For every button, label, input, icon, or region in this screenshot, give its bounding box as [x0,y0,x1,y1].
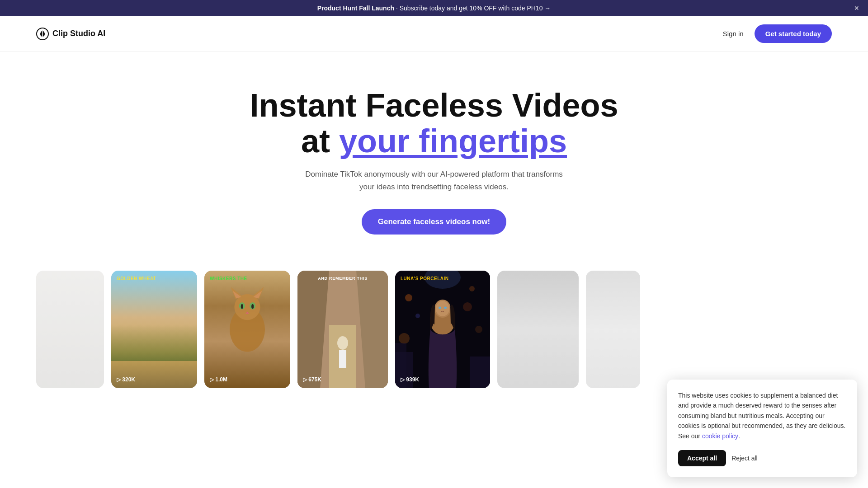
video-card-6[interactable] [497,271,579,388]
banner-text: Product Hunt Fall Launch · Subscribe tod… [317,5,551,12]
hero-title: Instant Faceless Videos at your fingerti… [18,88,850,159]
logo-text: Clip Studio AI [52,29,105,38]
banner-rest-text: · Subscribe today and get 10% OFF with c… [396,5,551,12]
top-banner: Product Hunt Fall Launch · Subscribe tod… [0,0,868,16]
hero-subtitle-line1: Dominate TikTok anonymously with our AI-… [305,170,563,178]
video-card-2[interactable]: GOLDEN WHEAT ▷ 320K [111,271,197,388]
hero-section: Instant Faceless Videos at your fingerti… [0,52,868,262]
video-card-5[interactable]: LUNA'S PORCELAIN ▷ 939K [395,271,490,388]
nav-right: Sign in Get started today [723,24,832,43]
card3-stats: ▷ 1.0M [210,376,285,383]
navbar: Clip Studio AI Sign in Get started today [0,16,868,52]
logo-icon [36,28,49,40]
card4-label: AND REMEMBER THIS [303,276,382,281]
card4-stats: ▷ 675K [303,376,382,383]
hero-subtitle-line2: your ideas into trendsetting faceless vi… [359,183,509,191]
sign-in-link[interactable]: Sign in [723,30,744,38]
hero-cta-button[interactable]: Generate faceless videos now! [362,209,507,235]
hero-title-line2-highlight: your fingertips [339,123,567,159]
hero-title-line2-normal: at [301,123,339,159]
video-gallery: GOLDEN WHEAT ▷ 320K [0,271,868,388]
card2-stats: ▷ 320K [117,376,192,383]
banner-bold-text: Product Hunt Fall Launch [317,5,394,12]
get-started-button[interactable]: Get started today [755,24,832,43]
video-card-7[interactable] [586,271,640,388]
card5-label: LUNA'S PORCELAIN [401,276,485,281]
video-card-1[interactable] [36,271,104,388]
logo-link[interactable]: Clip Studio AI [36,28,105,40]
close-banner-button[interactable]: × [854,4,859,13]
video-card-4[interactable]: AND REMEMBER THIS ▷ 675K [297,271,388,388]
cookie-banner: This website uses cookies to supplement … [667,380,857,388]
hero-title-line1: Instant Faceless Videos [250,87,618,123]
hero-subtitle: Dominate TikTok anonymously with our AI-… [18,168,850,192]
card3-label: WHISKERS THE [210,276,285,281]
card2-label: GOLDEN WHEAT [117,276,192,281]
video-card-3[interactable]: WHISKERS THE ▷ 1.0M [204,271,290,388]
card5-stats: ▷ 939K [401,376,485,383]
